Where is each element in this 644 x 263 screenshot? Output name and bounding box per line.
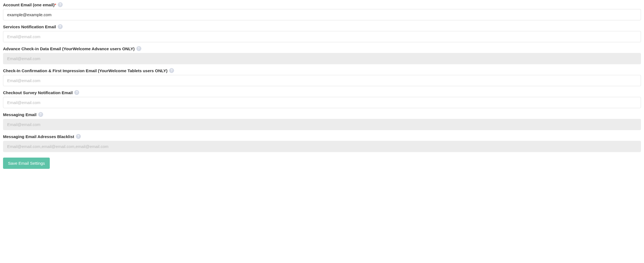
advance-checkin-label: Advance Check-in Data Email (YourWelcome… [3,46,641,51]
required-asterisk: * [55,2,56,7]
account-email-label-text: Account Email (one email) [3,2,55,7]
checkout-survey-input[interactable] [3,97,641,108]
messaging-blacklist-input [3,141,641,152]
help-icon[interactable]: ? [136,46,141,51]
messaging-blacklist-group: Messaging Email Adresses Blacklist ? [3,134,641,152]
account-email-input[interactable] [3,9,641,20]
messaging-email-label: Messaging Email ? [3,112,641,117]
checkin-confirmation-label: Check-In Confirmation & First Impression… [3,68,641,73]
messaging-blacklist-label-text: Messaging Email Adresses Blacklist [3,134,74,139]
checkin-confirmation-label-text: Check-In Confirmation & First Impression… [3,68,167,73]
messaging-email-label-text: Messaging Email [3,112,37,117]
messaging-blacklist-label: Messaging Email Adresses Blacklist ? [3,134,641,139]
help-icon[interactable]: ? [38,112,43,117]
services-notification-input[interactable] [3,31,641,42]
messaging-email-input [3,119,641,130]
checkout-survey-label: Checkout Survey Notification Email ? [3,90,641,95]
messaging-email-group: Messaging Email ? [3,112,641,130]
save-email-settings-button[interactable]: Save Email Settings [3,158,50,169]
advance-checkin-input [3,53,641,64]
advance-checkin-label-text: Advance Check-in Data Email (YourWelcome… [3,46,135,51]
account-email-group: Account Email (one email)* ? [3,2,641,20]
services-notification-label: Services Notification Email ? [3,24,641,29]
help-icon[interactable]: ? [169,68,174,73]
help-icon[interactable]: ? [58,2,63,7]
checkin-confirmation-input[interactable] [3,75,641,86]
help-icon[interactable]: ? [74,90,79,95]
services-notification-label-text: Services Notification Email [3,24,56,29]
checkin-confirmation-group: Check-In Confirmation & First Impression… [3,68,641,86]
help-icon[interactable]: ? [76,134,81,139]
services-notification-group: Services Notification Email ? [3,24,641,42]
checkout-survey-label-text: Checkout Survey Notification Email [3,90,73,95]
help-icon[interactable]: ? [58,24,63,29]
checkout-survey-group: Checkout Survey Notification Email ? [3,90,641,108]
email-settings-form: Account Email (one email)* ? Services No… [3,2,641,169]
advance-checkin-group: Advance Check-in Data Email (YourWelcome… [3,46,641,64]
account-email-label: Account Email (one email)* ? [3,2,641,7]
